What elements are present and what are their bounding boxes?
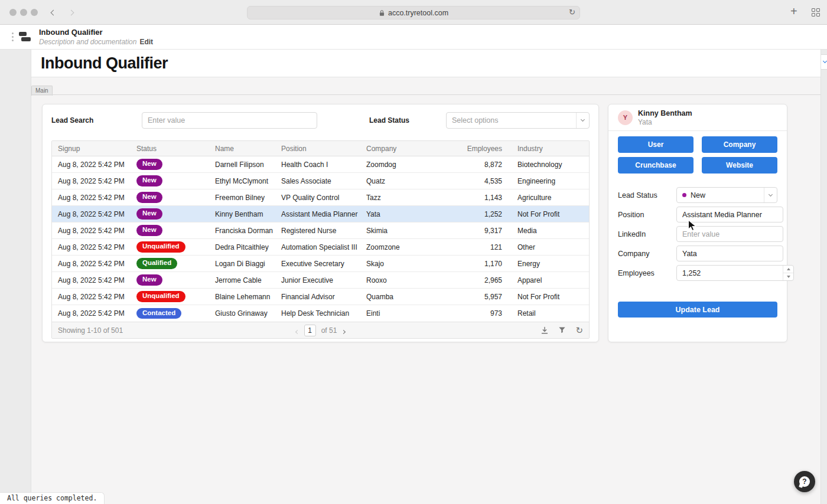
- edit-description-link[interactable]: Edit: [139, 38, 153, 46]
- previous-page-button[interactable]: [296, 325, 299, 336]
- column-header[interactable]: Position: [275, 145, 360, 153]
- table-row[interactable]: Aug 8, 2022 5:42 PM New Kinny Bentham As…: [52, 206, 589, 222]
- cell-company: Zoomdog: [360, 161, 461, 169]
- cell-name: Kinny Bentham: [209, 210, 275, 218]
- cell-industry: Not For Profit: [502, 210, 589, 218]
- column-header[interactable]: Signup: [52, 145, 131, 153]
- address-bar[interactable]: acco.tryretool.com ↻: [247, 6, 580, 19]
- column-header[interactable]: Company: [360, 145, 461, 153]
- window-close-button[interactable]: [9, 9, 17, 16]
- crunchbase-button[interactable]: Crunchbase: [618, 157, 693, 174]
- lead-detail-header: Y Kinny Bentham Yata: [608, 104, 787, 131]
- tab-overview-icon[interactable]: [812, 8, 820, 17]
- table-row[interactable]: Aug 8, 2022 5:42 PM New Franciska Dorman…: [52, 222, 589, 239]
- filter-icon[interactable]: [558, 326, 566, 334]
- status-badge: Qualified: [136, 258, 177, 269]
- help-button[interactable]: ?: [794, 471, 815, 492]
- cell-industry: Other: [502, 243, 589, 251]
- browser-forward-button[interactable]: [65, 6, 77, 18]
- refresh-icon[interactable]: ↻: [575, 326, 583, 335]
- company-input[interactable]: [677, 246, 783, 261]
- table-row[interactable]: Aug 8, 2022 5:42 PM Contacted Giusto Gri…: [52, 305, 589, 322]
- table-row[interactable]: Aug 8, 2022 5:42 PM New Darnell Filipson…: [52, 156, 589, 173]
- drag-handle-icon[interactable]: [12, 32, 14, 34]
- table-row[interactable]: Aug 8, 2022 5:42 PM Unqualified Dedra Pi…: [52, 239, 589, 256]
- cell-employees: 4,535: [461, 177, 502, 185]
- cell-position: Executive Secretary: [275, 260, 360, 268]
- cell-name: Giusto Grinaway: [209, 309, 275, 318]
- lead-company: Yata: [638, 118, 692, 126]
- cell-name: Logan Di Biaggi: [209, 260, 275, 268]
- cell-company: Skimia: [360, 227, 461, 235]
- cell-position: Assistant Media Planner: [275, 210, 360, 218]
- lead-detail-panel: Y Kinny Bentham Yata User Company Crunch…: [608, 104, 787, 342]
- column-header[interactable]: Name: [209, 145, 275, 153]
- download-icon[interactable]: [541, 326, 549, 335]
- cell-industry: Engineering: [502, 177, 589, 185]
- leads-table: Signup Status Name Position Company Empl…: [51, 140, 590, 339]
- stepper-up-button[interactable]: [783, 266, 793, 273]
- number-stepper: [783, 266, 793, 280]
- new-tab-icon[interactable]: +: [790, 5, 797, 18]
- cell-company: Quamba: [360, 293, 461, 301]
- column-header[interactable]: Status: [131, 145, 209, 153]
- page-title: Inbound Qualifier: [31, 54, 168, 73]
- cell-company: Yata: [360, 210, 461, 218]
- employees-label: Employees: [618, 269, 676, 277]
- table-row[interactable]: Aug 8, 2022 5:42 PM New Ethyl McClymont …: [52, 173, 589, 189]
- window-minimize-button[interactable]: [20, 9, 27, 16]
- status-badge: New: [136, 159, 162, 170]
- cell-employees: 1,252: [461, 210, 502, 218]
- cell-employees: 5,957: [461, 293, 502, 301]
- stepper-down-button[interactable]: [783, 273, 793, 280]
- cell-signup: Aug 8, 2022 5:42 PM: [52, 227, 131, 235]
- table-row[interactable]: Aug 8, 2022 5:42 PM Unqualified Blaine L…: [52, 289, 589, 305]
- page-number-input[interactable]: [304, 325, 316, 336]
- linkedin-label: LinkedIn: [618, 230, 676, 238]
- cell-position: Registered Nurse: [275, 227, 360, 235]
- next-page-button[interactable]: [342, 325, 345, 336]
- column-header[interactable]: Employees: [461, 145, 502, 153]
- cell-name: Franciska Dorman: [209, 227, 275, 235]
- column-header[interactable]: Industry: [502, 145, 589, 153]
- status-badge: Unqualified: [136, 291, 185, 302]
- cell-company: Tazz: [360, 194, 461, 202]
- lock-icon: [379, 9, 385, 17]
- cell-signup: Aug 8, 2022 5:42 PM: [52, 161, 131, 169]
- chevron-down-icon: [764, 188, 777, 202]
- cell-company: Rooxo: [360, 276, 461, 284]
- lead-status-select[interactable]: New: [676, 187, 777, 203]
- cell-position: Health Coach I: [275, 161, 360, 169]
- user-button[interactable]: User: [618, 136, 693, 153]
- status-badge: New: [136, 274, 162, 286]
- table-row[interactable]: Aug 8, 2022 5:42 PM New Jerrome Cable Ju…: [52, 272, 589, 289]
- update-lead-button[interactable]: Update Lead: [618, 302, 777, 318]
- cell-name: Jerrome Cable: [209, 276, 275, 284]
- filters-row: Lead Search Lead Status Select options: [51, 112, 590, 129]
- lead-search-input[interactable]: [142, 112, 317, 129]
- cell-name: Blaine Lehemann: [209, 293, 275, 301]
- table-row[interactable]: Aug 8, 2022 5:42 PM New Freemon Bilney V…: [52, 189, 589, 206]
- leads-card: Lead Search Lead Status Select options S…: [42, 104, 599, 342]
- cell-industry: Apparel: [502, 276, 589, 284]
- lead-status-filter-select[interactable]: Select options: [446, 112, 590, 129]
- cell-company: Zoomzone: [360, 243, 461, 251]
- app-canvas: Inbound Qualifier Main Lead Search Lead …: [31, 50, 821, 504]
- browser-back-button[interactable]: [47, 6, 59, 18]
- website-button[interactable]: Website: [702, 157, 777, 174]
- cell-signup: Aug 8, 2022 5:42 PM: [52, 210, 131, 218]
- url-text: acco.tryretool.com: [388, 9, 448, 17]
- table-row[interactable]: Aug 8, 2022 5:42 PM Qualified Logan Di B…: [52, 256, 589, 272]
- app-title-block: Inbound Qualifier Description and docume…: [39, 28, 153, 46]
- cell-employees: 2,965: [461, 276, 502, 284]
- employees-input[interactable]: [677, 266, 783, 280]
- window-zoom-button[interactable]: [31, 9, 38, 16]
- company-button[interactable]: Company: [702, 136, 777, 153]
- cell-employees: 121: [461, 243, 502, 251]
- cell-position: Financial Advisor: [275, 293, 360, 301]
- lead-status-label: Lead Status: [618, 191, 676, 199]
- lead-status-dot: [682, 193, 686, 197]
- page-reload-icon[interactable]: ↻: [569, 8, 575, 17]
- editor-header: Inbound Qualifier Description and docume…: [0, 25, 827, 50]
- cell-position: VP Quality Control: [275, 194, 360, 202]
